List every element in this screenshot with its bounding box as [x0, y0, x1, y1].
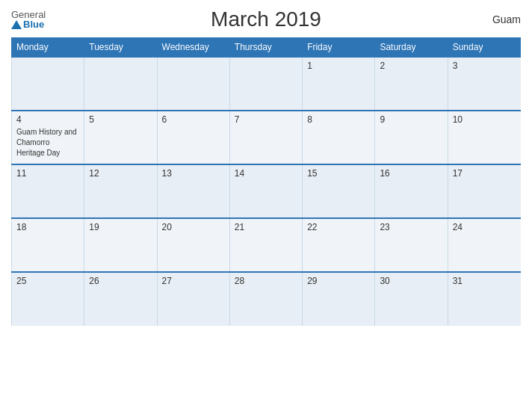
col-friday: Friday	[303, 38, 375, 58]
day-number: 30	[380, 276, 442, 286]
table-row: 18	[12, 218, 84, 272]
day-number: 12	[89, 168, 152, 179]
page-title: March 2019	[211, 7, 321, 31]
table-row: 13	[157, 164, 229, 218]
day-number: 18	[16, 222, 79, 232]
table-row: 2	[375, 57, 448, 111]
table-row: 21	[229, 218, 302, 272]
table-row: 7	[229, 111, 302, 164]
day-number: 29	[307, 276, 370, 286]
day-number: 24	[453, 222, 516, 232]
day-number: 9	[380, 114, 442, 125]
col-tuesday: Tuesday	[84, 38, 157, 58]
table-row: 28	[229, 272, 302, 326]
day-number: 31	[453, 276, 516, 286]
table-row: 27	[157, 272, 229, 326]
table-row: 30	[375, 272, 448, 326]
day-number: 5	[89, 114, 152, 125]
day-number: 19	[89, 222, 152, 232]
col-monday: Monday	[12, 38, 84, 58]
day-number: 26	[89, 276, 152, 286]
table-row: 15	[303, 164, 375, 218]
col-sunday: Sunday	[448, 38, 520, 58]
table-row: 9	[375, 111, 448, 164]
table-row: 20	[157, 218, 229, 272]
table-row: 23	[375, 218, 448, 272]
table-row: 11	[12, 164, 84, 218]
day-number: 13	[162, 168, 225, 179]
table-row: 10	[448, 111, 520, 164]
table-row: 19	[84, 218, 157, 272]
table-row	[12, 57, 84, 111]
table-row: 22	[303, 218, 375, 272]
logo-blue-text: Blue	[11, 19, 46, 29]
table-row	[157, 57, 229, 111]
table-row: 6	[157, 111, 229, 164]
day-number: 7	[235, 114, 297, 125]
day-number: 20	[162, 222, 225, 232]
calendar-header: General Blue March 2019 Guam	[11, 7, 521, 31]
calendar-week-row: 11121314151617	[12, 164, 521, 218]
calendar-week-row: 4Guam History and Chamorro Heritage Day5…	[12, 111, 521, 164]
table-row	[229, 57, 302, 111]
table-row	[84, 57, 157, 111]
table-row: 3	[448, 57, 520, 111]
days-of-week-row: Monday Tuesday Wednesday Thursday Friday…	[12, 38, 521, 58]
day-number: 22	[307, 222, 370, 232]
day-number: 25	[16, 276, 79, 286]
calendar-header-row: Monday Tuesday Wednesday Thursday Friday…	[12, 38, 521, 58]
region-label: Guam	[492, 13, 521, 25]
calendar-week-row: 25262728293031	[12, 272, 521, 326]
table-row: 17	[448, 164, 520, 218]
table-row: 14	[229, 164, 302, 218]
day-number: 2	[380, 61, 442, 71]
day-number: 14	[235, 168, 297, 179]
table-row: 5	[84, 111, 157, 164]
table-row: 12	[84, 164, 157, 218]
day-number: 15	[307, 168, 370, 179]
calendar-week-row: 18192021222324	[12, 218, 521, 272]
table-row: 26	[84, 272, 157, 326]
day-number: 1	[307, 61, 370, 71]
day-number: 4	[16, 114, 79, 125]
day-number: 3	[453, 61, 516, 71]
day-number: 6	[162, 114, 225, 125]
day-number: 27	[162, 276, 225, 286]
day-number: 28	[235, 276, 297, 286]
day-number: 8	[307, 114, 370, 125]
day-number: 23	[380, 222, 442, 232]
day-number: 21	[235, 222, 297, 232]
table-row: 25	[12, 272, 84, 326]
table-row: 4Guam History and Chamorro Heritage Day	[12, 111, 84, 164]
day-number: 17	[453, 168, 516, 179]
col-saturday: Saturday	[375, 38, 448, 58]
calendar-page: General Blue March 2019 Guam Monday Tues…	[0, 0, 532, 411]
calendar-table: Monday Tuesday Wednesday Thursday Friday…	[11, 37, 521, 326]
day-number: 10	[453, 114, 516, 125]
day-number: 11	[16, 168, 79, 179]
day-number: 16	[380, 168, 442, 179]
col-wednesday: Wednesday	[157, 38, 229, 58]
table-row: 24	[448, 218, 520, 272]
table-row: 29	[303, 272, 375, 326]
logo-triangle-icon	[11, 20, 22, 29]
table-row: 16	[375, 164, 448, 218]
table-row: 1	[303, 57, 375, 111]
col-thursday: Thursday	[229, 38, 302, 58]
event-label: Guam History and Chamorro Heritage Day	[16, 128, 77, 157]
logo: General Blue	[11, 10, 46, 29]
table-row: 8	[303, 111, 375, 164]
table-row: 31	[448, 272, 520, 326]
calendar-week-row: 123	[12, 57, 521, 111]
calendar-body: 1234Guam History and Chamorro Heritage D…	[12, 57, 521, 326]
